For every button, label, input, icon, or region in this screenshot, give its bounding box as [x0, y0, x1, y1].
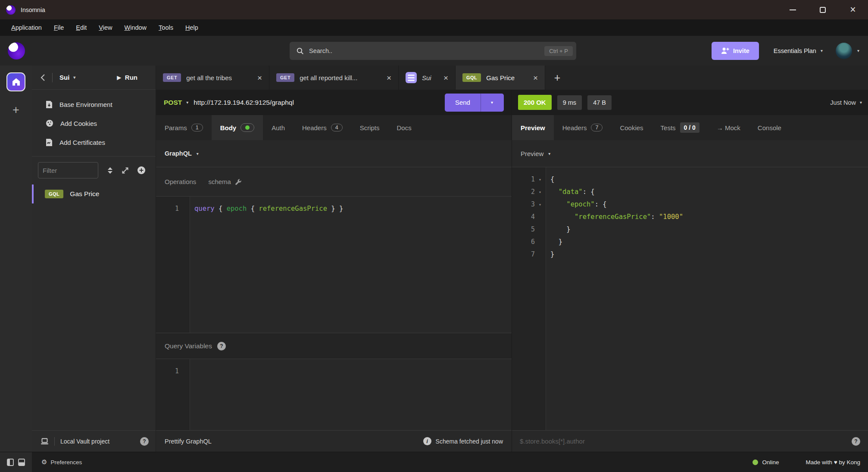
- response-json-viewer[interactable]: 1▾ 2▾ 3▾ 4 5 6 7 { "data": { "epoch": {: [512, 167, 868, 430]
- tab-response-headers[interactable]: Headers 7: [554, 115, 612, 140]
- editor-content[interactable]: [190, 359, 512, 430]
- method-dropdown[interactable]: POST: [164, 99, 182, 106]
- viewer-gutter: 1▾ 2▾ 3▾ 4 5 6 7: [512, 167, 546, 430]
- fold-caret-icon[interactable]: [537, 248, 541, 261]
- send-button-group: Send ▾: [445, 94, 504, 112]
- tab-get-all-reported-kill[interactable]: GET get all reported kill... ×: [269, 66, 399, 90]
- sort-icon[interactable]: [107, 167, 113, 174]
- body-type-dropdown[interactable]: GraphQL ▾: [156, 140, 512, 167]
- editor-content[interactable]: query { epoch { referenceGasPrice } }: [190, 197, 512, 333]
- left-rail: +: [0, 66, 32, 452]
- tab-mock[interactable]: → Mock: [708, 115, 749, 140]
- tab-auth[interactable]: Auth: [263, 115, 293, 140]
- schema-menu[interactable]: schema: [208, 178, 242, 185]
- menu-window[interactable]: Window: [119, 24, 153, 31]
- sidebar-item-add-cookies[interactable]: Add Cookies: [32, 114, 156, 133]
- chevron-down-icon[interactable]: ▾: [186, 100, 188, 105]
- tab-cookies[interactable]: Cookies: [611, 115, 652, 140]
- close-tab-icon[interactable]: ×: [443, 74, 448, 82]
- sidebar-filter-input[interactable]: [38, 162, 98, 178]
- add-request-icon[interactable]: [137, 166, 146, 175]
- json-line: "epoch": {: [550, 198, 868, 211]
- tab-tests[interactable]: Tests 0 / 0: [652, 115, 708, 140]
- response-filter-input[interactable]: [520, 438, 852, 445]
- response-history-dropdown[interactable]: Just Now ▾: [830, 99, 862, 106]
- sidebar-item-base-environment[interactable]: Base Environment: [32, 95, 156, 114]
- close-button[interactable]: ×: [838, 0, 868, 19]
- toggle-sidebar-icon[interactable]: [7, 459, 14, 466]
- project-label[interactable]: Local Vault project: [60, 438, 109, 445]
- help-question-icon[interactable]: ?: [140, 437, 149, 446]
- menu-tools[interactable]: Tools: [153, 24, 179, 31]
- tab-label: Body: [220, 124, 237, 131]
- tab-label: Cookies: [620, 124, 643, 131]
- plan-selector[interactable]: Essentials Plan ▾: [774, 47, 823, 54]
- filter-help-question-icon[interactable]: ?: [852, 437, 860, 446]
- sidebar-item-add-certificates[interactable]: Add Certificates: [32, 133, 156, 152]
- tab-headers[interactable]: Headers 4: [293, 115, 351, 140]
- main-area: + Sui ▾ ▶ Run Base Environment: [0, 66, 868, 452]
- tab-sui-workspace[interactable]: Sui ×: [399, 66, 456, 90]
- avatar[interactable]: [836, 43, 852, 59]
- fold-caret-icon[interactable]: ▾: [537, 198, 541, 211]
- url-bar: POST ▾ http://172.19.194.62:9125/graphql…: [156, 90, 512, 115]
- tab-get-all-the-tribes[interactable]: GET get all the tribes ×: [156, 66, 269, 90]
- response-pane: 200 OK 9 ms 47 B Just Now ▾ Preview: [512, 90, 868, 452]
- fold-caret-icon[interactable]: ▾: [537, 173, 541, 186]
- search-input[interactable]: [309, 47, 544, 54]
- prettify-button[interactable]: Prettify GraphQL: [165, 438, 212, 445]
- tab-gas-price[interactable]: GQL Gas Price ×: [456, 66, 545, 90]
- send-button[interactable]: Send: [445, 94, 481, 112]
- viewer-content[interactable]: { "data": { "epoch": { "referenceGasPric…: [546, 167, 868, 430]
- tab-preview[interactable]: Preview: [512, 115, 554, 140]
- url-input[interactable]: http://172.19.194.62:9125/graphql: [194, 99, 294, 106]
- close-tab-icon[interactable]: ×: [387, 74, 391, 82]
- certificate-icon: [46, 138, 53, 147]
- menu-edit[interactable]: Edit: [70, 24, 93, 31]
- invite-button[interactable]: Invite: [712, 42, 759, 60]
- close-tab-icon[interactable]: ×: [257, 74, 262, 82]
- account-chevron-down-icon[interactable]: ▾: [857, 48, 859, 53]
- sidebar-item-label: Add Certificates: [59, 139, 105, 146]
- help-question-icon[interactable]: ?: [217, 342, 226, 350]
- global-search[interactable]: Ctrl + P: [290, 42, 576, 60]
- menu-application[interactable]: Application: [5, 24, 48, 31]
- params-count-pill: 1: [191, 124, 203, 131]
- json-line: {: [550, 173, 868, 186]
- tab-params[interactable]: Params 1: [156, 115, 212, 140]
- workspace-name: Sui: [59, 74, 69, 81]
- run-button[interactable]: ▶ Run: [117, 74, 137, 81]
- tab-scripts[interactable]: Scripts: [351, 115, 388, 140]
- preferences-button[interactable]: ⚙ Preferences: [41, 458, 82, 466]
- home-icon: [12, 78, 21, 86]
- close-tab-icon[interactable]: ×: [533, 74, 538, 82]
- fold-caret-icon[interactable]: [537, 223, 541, 236]
- home-button[interactable]: [6, 72, 25, 91]
- menu-file[interactable]: File: [48, 24, 70, 31]
- menu-view[interactable]: View: [93, 24, 118, 31]
- viewer-mode-dropdown[interactable]: Preview ▾: [512, 140, 868, 167]
- sidebar-request-gas-price[interactable]: GQL Gas Price: [32, 184, 156, 203]
- minimize-button[interactable]: [777, 0, 808, 19]
- fold-caret-icon[interactable]: [537, 236, 541, 248]
- sidebar-filter-row: [32, 156, 156, 180]
- new-workspace-button[interactable]: +: [12, 104, 19, 116]
- chevron-left-icon[interactable]: [41, 74, 45, 81]
- graphql-editor[interactable]: 1 query { epoch { referenceGasPrice } }: [156, 197, 512, 333]
- menu-help[interactable]: Help: [179, 24, 204, 31]
- maximize-button[interactable]: [808, 0, 838, 19]
- fold-caret-icon[interactable]: [537, 211, 541, 223]
- send-options-button[interactable]: ▾: [481, 94, 504, 112]
- tab-docs[interactable]: Docs: [388, 115, 420, 140]
- new-tab-button[interactable]: +: [545, 66, 569, 90]
- tab-console[interactable]: Console: [749, 115, 790, 140]
- response-subtabs: Preview Headers 7 Cookies Tests 0 / 0: [512, 115, 868, 140]
- fold-caret-icon[interactable]: ▾: [537, 186, 541, 198]
- chevron-down-icon: ▾: [197, 151, 199, 156]
- tab-body[interactable]: Body: [212, 115, 263, 140]
- toggle-panel-icon[interactable]: [18, 459, 25, 466]
- divider: [52, 73, 53, 82]
- expand-icon[interactable]: [122, 167, 129, 174]
- workspace-dropdown[interactable]: Sui ▾: [59, 74, 75, 81]
- query-variables-editor[interactable]: 1: [156, 359, 512, 430]
